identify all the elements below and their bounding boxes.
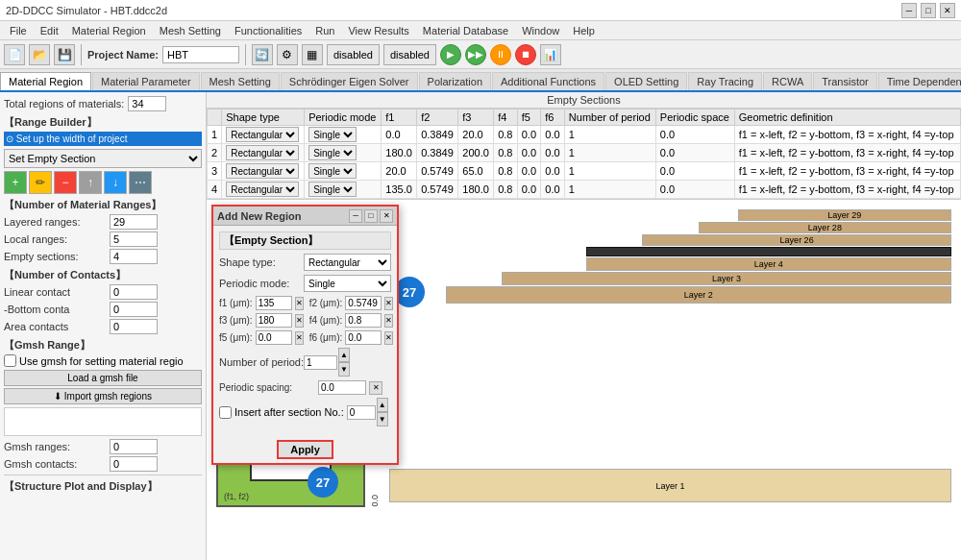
cell-f6: 0.0 — [541, 181, 565, 199]
chart-icon[interactable]: 📊 — [540, 44, 561, 65]
tab-rcwa[interactable]: RCWA — [763, 72, 812, 90]
delete-icon[interactable]: − — [54, 171, 77, 194]
minimize-button[interactable]: ─ — [901, 3, 917, 18]
periodic-mode-select[interactable]: Single Periodic — [304, 275, 391, 292]
periodic-spacing-icon[interactable]: ✕ — [369, 381, 382, 395]
close-button[interactable]: ✕ — [940, 3, 955, 18]
menu-run[interactable]: Run — [309, 23, 340, 38]
edit-icon[interactable]: ✏ — [29, 171, 52, 194]
f4-icon[interactable]: ✕ — [384, 314, 393, 328]
layer-4-label: Layer 4 — [754, 259, 783, 269]
num-period-input[interactable] — [304, 355, 337, 370]
cell-periodic-space: 0.0 — [655, 162, 734, 181]
tab-time-dependent[interactable]: Time Dependent Module — [878, 72, 961, 90]
periodic-spacing-input[interactable] — [318, 380, 366, 395]
menu-material-region[interactable]: Material Region — [66, 23, 152, 38]
shape-type-table-select[interactable]: Rectangular — [226, 127, 299, 142]
toolbar-separator-2 — [245, 44, 246, 65]
modal-minimize-button[interactable]: ─ — [349, 209, 362, 223]
menu-help[interactable]: Help — [567, 23, 601, 38]
f3-input[interactable] — [256, 313, 292, 328]
menu-edit[interactable]: Edit — [35, 23, 64, 38]
cell-num-period: 1 — [564, 181, 655, 199]
insert-after-input[interactable] — [347, 405, 376, 420]
linear-contact-value — [110, 284, 158, 300]
tab-schrodinger[interactable]: Schrödinger Eigen Solver — [281, 72, 418, 90]
f2-icon[interactable]: ✕ — [384, 297, 393, 310]
apply-button[interactable]: Apply — [277, 440, 333, 459]
stop-button[interactable]: ⏹ — [515, 44, 536, 65]
tab-material-parameter[interactable]: Material Parameter — [92, 72, 200, 90]
periodic-mode-table-select[interactable]: Single — [308, 182, 357, 197]
cell-num: 1 — [208, 126, 222, 144]
set-width-button[interactable]: ⊙ Set up the width of project — [4, 132, 202, 146]
project-name-input[interactable] — [162, 46, 239, 63]
periodic-mode-table-select[interactable]: Single — [308, 127, 357, 142]
tab-ray-tracing[interactable]: Ray Tracing — [688, 72, 762, 90]
f5-icon[interactable]: ✕ — [295, 331, 304, 345]
num-period-down[interactable]: ▼ — [338, 362, 350, 377]
disabled-btn-2[interactable]: disabled — [383, 44, 436, 65]
cell-num-period: 1 — [564, 162, 655, 181]
menu-functionalities[interactable]: Functionalities — [229, 23, 308, 38]
step-button[interactable]: ▶▶ — [465, 44, 486, 65]
modal-close-button[interactable]: ✕ — [380, 209, 393, 223]
tab-mesh-setting[interactable]: Mesh Setting — [201, 72, 280, 90]
insert-after-up[interactable]: ▲ — [377, 398, 388, 412]
disabled-btn-1[interactable]: disabled — [327, 44, 380, 65]
up-icon[interactable]: ↑ — [79, 171, 102, 194]
f1-icon[interactable]: ✕ — [295, 297, 304, 310]
insert-after-down[interactable]: ▼ — [377, 412, 388, 426]
menu-mesh-setting[interactable]: Mesh Setting — [154, 23, 227, 38]
layer-26-label: Layer 26 — [780, 235, 814, 245]
tab-oled[interactable]: OLED Setting — [605, 72, 687, 90]
open-file-icon[interactable]: 📂 — [29, 44, 50, 65]
col-num — [208, 110, 222, 126]
grid-icon[interactable]: ▦ — [302, 44, 323, 65]
f3-f4-row: f3 (μm): ✕ f4 (μm): ✕ — [219, 313, 391, 328]
total-regions-input[interactable] — [128, 96, 166, 111]
menu-window[interactable]: Window — [516, 23, 565, 38]
tab-polarization[interactable]: Polarization — [419, 72, 491, 90]
run-button[interactable]: ▶ — [440, 44, 461, 65]
periodic-mode-table-select[interactable]: Single — [308, 145, 357, 160]
down-icon[interactable]: ↓ — [104, 171, 127, 194]
tab-transistor[interactable]: Transistor — [813, 72, 877, 90]
pause-button[interactable]: ⏸ — [490, 44, 511, 65]
shape-type-table-select[interactable]: Rectangular — [226, 145, 299, 160]
use-gmsh-row: Use gmsh for setting material regio — [4, 354, 202, 367]
periodic-mode-table-select[interactable]: Single — [308, 163, 357, 179]
num-period-stepper: ▲ ▼ — [304, 348, 350, 377]
restore-button[interactable]: □ — [921, 3, 936, 18]
f6-input[interactable] — [345, 330, 382, 345]
new-file-icon[interactable]: 📄 — [4, 44, 25, 65]
cell-f6: 0.0 — [541, 162, 565, 181]
shape-type-table-select[interactable]: Rectangular — [226, 182, 299, 197]
tab-additional[interactable]: Additional Functions — [492, 72, 604, 90]
refresh-icon[interactable]: 🔄 — [252, 44, 273, 65]
more-icon[interactable]: ⋯ — [129, 171, 152, 194]
shape-type-select[interactable]: Rectangular Circular Triangular — [304, 254, 391, 271]
settings-icon[interactable]: ⚙ — [277, 44, 298, 65]
shape-type-table-select[interactable]: Rectangular — [226, 163, 299, 179]
load-gmsh-button[interactable]: Load a gmsh file — [4, 370, 202, 386]
tab-material-region[interactable]: Material Region — [0, 72, 91, 90]
f2-input[interactable] — [345, 296, 382, 310]
num-period-up[interactable]: ▲ — [338, 348, 350, 362]
menu-file[interactable]: File — [4, 23, 33, 38]
add-icon[interactable]: + — [4, 171, 27, 194]
menu-material-database[interactable]: Material Database — [417, 23, 514, 38]
insert-after-checkbox[interactable] — [219, 406, 232, 419]
f3-icon[interactable]: ✕ — [295, 314, 304, 328]
import-gmsh-button[interactable]: ⬇ Import gmsh regions — [4, 388, 202, 404]
use-gmsh-checkbox[interactable] — [4, 354, 16, 367]
modal-restore-button[interactable]: □ — [364, 209, 378, 223]
f4-input[interactable] — [345, 313, 382, 328]
f1-input[interactable] — [256, 296, 292, 310]
f5-input[interactable] — [256, 330, 292, 345]
menu-view-results[interactable]: View Results — [342, 23, 414, 38]
f6-icon[interactable]: ✕ — [384, 331, 393, 345]
save-file-icon[interactable]: 💾 — [54, 44, 75, 65]
set-empty-section-select[interactable]: Set Empty Section — [4, 149, 202, 168]
num-period-label: Number of period: — [219, 356, 301, 368]
